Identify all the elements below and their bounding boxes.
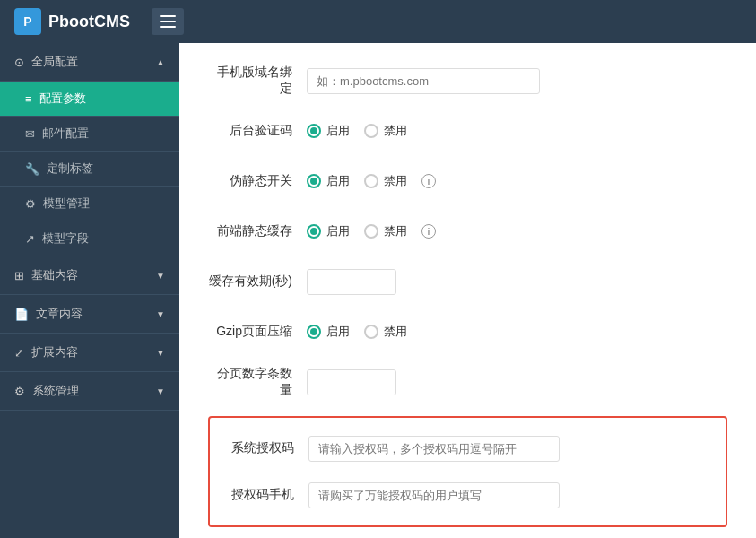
enable-label-1: 启用 [326,123,350,139]
sidebar-group-header-global-config[interactable]: ⊙ 全局配置 ▲ [0,43,179,82]
gzip-field: 启用 禁用 [307,324,727,340]
logo: P PbootCMS [14,8,130,35]
gzip-enable[interactable]: 启用 [307,324,350,340]
form-row-auth-phone: 授权码手机 [210,479,711,511]
frontend-cache-disable[interactable]: 禁用 [364,223,407,239]
pagination-input[interactable]: 5 [307,369,396,395]
radio-outer-disable-3 [364,224,378,239]
sidebar-item-label-model-fields: 模型字段 [42,230,89,247]
cache-expire-field: 1800 [307,269,727,295]
chevron-up-icon: ▲ [156,57,165,67]
form-row-mobile-domain: 手机版域名绑定 [208,65,727,97]
mobile-domain-field [307,68,727,94]
gzip-label: Gzip页面压缩 [208,324,307,340]
sidebar-item-model-fields[interactable]: ↗ 模型字段 [0,221,179,256]
auth-phone-label: 授权码手机 [210,487,308,503]
form-row-cache-expire: 缓存有效期(秒) 1800 [208,265,727,298]
radio-outer-disable-2 [364,174,378,188]
backend-verify-disable[interactable]: 禁用 [364,123,407,139]
chevron-down-icon-basic: ▼ [156,271,165,281]
sidebar-group-extend-content: ⤢ 扩展内容 ▼ [0,334,179,372]
form-row-frontend-cache: 前端静态缓存 启用 禁用 i [208,215,727,247]
backend-verify-label: 后台验证码 [208,123,307,139]
wrench-icon: 🔧 [25,162,39,176]
menu-line-3 [160,26,176,28]
backend-verify-radio-group: 启用 禁用 [307,123,407,139]
cog-icon: ⚙ [14,385,25,398]
backend-verify-enable[interactable]: 启用 [307,123,350,139]
pseudo-static-disable[interactable]: 禁用 [364,173,407,189]
sidebar-item-label-model-manage: 模型管理 [43,195,90,212]
sidebar-group-header-system-manage[interactable]: ⚙ 系统管理 ▼ [0,372,179,411]
auth-code-input[interactable] [308,436,560,462]
disable-label-2: 禁用 [384,173,407,189]
menu-line-1 [160,15,176,17]
auth-highlight-section: 系统授权码 授权码手机 [208,416,727,527]
auth-code-label: 系统授权码 [210,440,308,456]
auth-phone-field [308,482,711,508]
radio-inner-enable-2 [310,178,317,185]
mail-icon: ✉ [25,127,35,141]
pagination-field: 5 [307,369,727,395]
sidebar-group-label-system-manage: 系统管理 [32,383,79,399]
sidebar-group-label-basic-content: 基础内容 [31,267,78,283]
pseudo-static-info-icon[interactable]: i [421,174,436,188]
pagination-label: 分页数字条数量 [208,366,307,398]
frontend-cache-label: 前端静态缓存 [208,223,307,239]
pseudo-static-field: 启用 禁用 i [307,173,727,189]
sidebar-item-custom-tags[interactable]: 🔧 定制标签 [0,152,179,187]
radio-outer-enable-1 [307,124,321,138]
pseudo-static-enable[interactable]: 启用 [307,173,350,189]
sidebar-item-label-custom-tags: 定制标签 [47,161,93,177]
disable-label-1: 禁用 [384,123,407,139]
disable-label-4: 禁用 [384,324,407,340]
main-layout: ⊙ 全局配置 ▲ ≡ 配置参数 ✉ 邮件配置 🔧 定制标签 ⚙ 模型管理 [0,43,756,538]
radio-inner-enable-3 [310,228,317,235]
radio-outer-enable-2 [307,174,321,188]
auth-phone-input[interactable] [308,482,560,508]
sliders-icon: ≡ [25,92,32,106]
frontend-cache-enable[interactable]: 启用 [307,223,350,239]
sidebar-group-header-basic-content[interactable]: ⊞ 基础内容 ▼ [0,256,179,295]
sidebar-item-label-mail-config: 邮件配置 [42,126,89,142]
frontend-cache-radio-group: 启用 禁用 [307,223,407,239]
sidebar-group-label-global-config: 全局配置 [31,54,78,70]
radio-outer-disable-4 [364,325,378,339]
form-row-auth-code: 系统授权码 [210,432,711,464]
mobile-domain-input[interactable] [307,68,540,94]
sidebar-item-config-params[interactable]: ≡ 配置参数 [0,82,179,117]
globe-icon: ⊙ [14,56,24,69]
mobile-domain-label: 手机版域名绑定 [208,65,307,97]
sidebar-group-header-extend-content[interactable]: ⤢ 扩展内容 ▼ [0,334,179,372]
sidebar-group-system-manage: ⚙ 系统管理 ▼ [0,372,179,411]
radio-outer-enable-4 [307,325,321,339]
form-row-backend-verify: 后台验证码 启用 禁用 [208,115,727,147]
gzip-radio-group: 启用 禁用 [307,324,407,340]
pseudo-static-radio-group: 启用 禁用 [307,173,407,189]
sidebar-item-mail-config[interactable]: ✉ 邮件配置 [0,117,179,152]
external-link-icon: ↗ [25,232,35,246]
pseudo-static-label: 伪静态开关 [208,173,307,189]
gzip-disable[interactable]: 禁用 [364,324,407,340]
sidebar-item-model-manage[interactable]: ⚙ 模型管理 [0,187,179,221]
enable-label-3: 启用 [326,223,350,239]
sidebar-group-global-config: ⊙ 全局配置 ▲ ≡ 配置参数 ✉ 邮件配置 🔧 定制标签 ⚙ 模型管理 [0,43,179,256]
sidebar-group-header-article-content[interactable]: 📄 文章内容 ▼ [0,295,179,334]
logo-icon: P [14,8,41,35]
file-icon: 📄 [14,308,29,321]
frontend-cache-info-icon[interactable]: i [421,224,436,239]
grid-icon: ⊞ [14,269,24,282]
chevron-down-icon-extend: ▼ [156,348,165,358]
radio-inner-enable-4 [310,328,317,335]
form-row-gzip: Gzip页面压缩 启用 禁用 [208,316,727,348]
auth-code-field [308,436,711,462]
sidebar-item-label-config-params: 配置参数 [39,91,86,107]
cache-expire-input[interactable]: 1800 [307,269,396,295]
form-row-pagination: 分页数字条数量 5 [208,366,727,398]
form-row-pseudo-static: 伪静态开关 启用 禁用 i [208,165,727,197]
menu-toggle-button[interactable] [152,8,184,35]
cache-expire-label: 缓存有效期(秒) [208,273,307,290]
menu-line-2 [160,21,176,22]
frontend-cache-field: 启用 禁用 i [307,223,727,239]
backend-verify-field: 启用 禁用 [307,123,727,139]
